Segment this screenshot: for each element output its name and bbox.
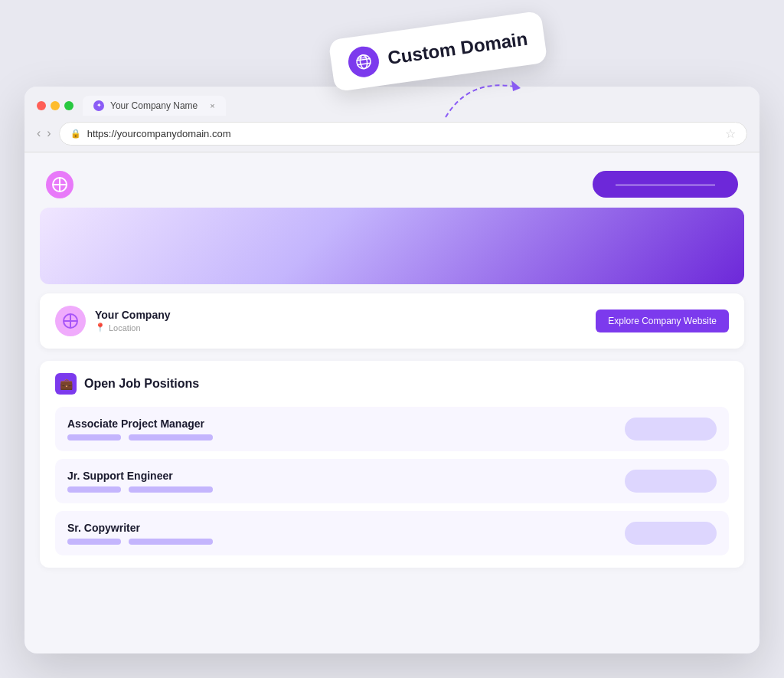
- back-button[interactable]: ‹: [37, 126, 41, 140]
- job-meta-tags: [67, 539, 213, 545]
- jobs-section: 💼 Open Job Positions Associate Project M…: [40, 361, 744, 568]
- browser-window: ✦ Your Company Name × ‹ › 🔒 https://your…: [24, 87, 760, 653]
- browser-page-content: —————————— Your Company: [24, 152, 760, 583]
- job-tag-location: [67, 539, 121, 545]
- tab-close-button[interactable]: ×: [210, 101, 214, 110]
- job-title: Jr. Support Engineer: [67, 470, 213, 482]
- job-apply-button[interactable]: ——————: [625, 522, 717, 545]
- address-bar[interactable]: 🔒 https://yourcompanydomain.com ☆: [59, 122, 747, 146]
- job-meta-tags: [67, 434, 213, 441]
- app-bar: ——————————: [40, 168, 744, 208]
- custom-domain-badge: www Custom Domain: [328, 10, 548, 91]
- job-tag-location: [67, 486, 121, 493]
- nav-arrows: ‹ ›: [37, 126, 51, 140]
- job-details: Jr. Support Engineer: [67, 470, 213, 493]
- job-apply-button[interactable]: ——————: [625, 470, 717, 493]
- jobs-section-title: Open Job Positions: [84, 377, 199, 391]
- company-location: 📍 Location: [95, 323, 171, 332]
- lock-icon: 🔒: [70, 129, 81, 139]
- location-pin-icon: 📍: [95, 323, 106, 332]
- bookmark-icon[interactable]: ☆: [725, 126, 736, 141]
- browser-top-bar: ✦ Your Company Name ×: [37, 96, 747, 116]
- badge-www-icon: www: [346, 44, 381, 79]
- job-details: Sr. Copywriter: [67, 522, 213, 545]
- company-card: Your Company 📍 Location Explore Company …: [40, 293, 744, 349]
- browser-navigation: ‹ › 🔒 https://yourcompanydomain.com ☆: [37, 122, 747, 146]
- job-tag-type: [129, 434, 213, 441]
- svg-text:www: www: [357, 54, 367, 61]
- url-text: https://yourcompanydomain.com: [87, 128, 231, 139]
- job-tag-type: [129, 539, 213, 545]
- app-logo-icon: [46, 171, 74, 198]
- job-title: Sr. Copywriter: [67, 522, 213, 534]
- tab-favicon-icon: ✦: [93, 100, 104, 111]
- svg-line-3: [357, 63, 371, 65]
- browser-tab[interactable]: ✦ Your Company Name ×: [83, 96, 226, 116]
- job-details: Associate Project Manager: [67, 418, 213, 441]
- job-meta-tags: [67, 486, 213, 493]
- company-logo-icon: [55, 306, 86, 336]
- explore-company-button[interactable]: Explore Company Website: [596, 310, 729, 332]
- hero-banner: [40, 208, 744, 284]
- company-info: Your Company 📍 Location: [55, 306, 171, 336]
- traffic-lights: [37, 101, 74, 110]
- location-text: Location: [109, 323, 141, 332]
- close-window-button[interactable]: [37, 101, 46, 110]
- job-title: Associate Project Manager: [67, 418, 213, 430]
- maximize-window-button[interactable]: [64, 101, 74, 110]
- badge-label: Custom Domain: [387, 28, 529, 68]
- job-tag-type: [129, 486, 213, 493]
- tab-title: Your Company Name: [110, 100, 198, 111]
- job-item: Sr. Copywriter ——————: [55, 511, 729, 555]
- company-details: Your Company 📍 Location: [95, 309, 171, 332]
- job-apply-button[interactable]: ——————: [625, 418, 717, 441]
- browser-chrome: ✦ Your Company Name × ‹ › 🔒 https://your…: [24, 87, 760, 152]
- company-name: Your Company: [95, 309, 171, 321]
- briefcase-icon: 💼: [55, 373, 77, 395]
- job-item: Jr. Support Engineer ——————: [55, 459, 729, 503]
- forward-button[interactable]: ›: [47, 126, 51, 140]
- jobs-header: 💼 Open Job Positions: [55, 373, 729, 395]
- minimize-window-button[interactable]: [51, 101, 60, 110]
- job-item: Associate Project Manager ——————: [55, 407, 729, 451]
- scene: www Custom Domain ✦ Your Company Name ×: [24, 25, 760, 653]
- job-tag-location: [67, 434, 121, 441]
- app-cta-button[interactable]: ——————————: [593, 171, 738, 198]
